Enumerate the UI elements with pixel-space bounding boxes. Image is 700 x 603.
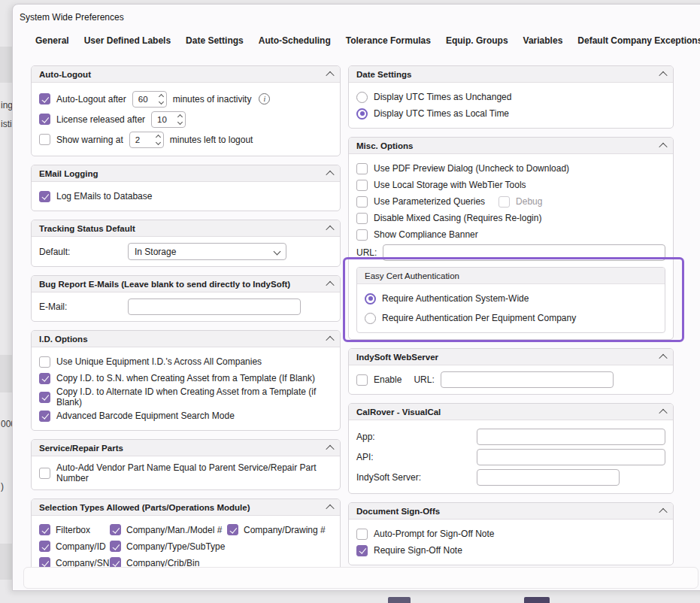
utc-unchanged-radio[interactable] <box>356 92 368 103</box>
license-released-checkbox[interactable] <box>39 114 50 125</box>
parameterized-queries-checkbox[interactable] <box>356 196 368 208</box>
section-header-service-repair[interactable]: Service/Repair Parts <box>32 440 340 456</box>
parameterized-queries-row[interactable]: Use Parameterized Queries Debug <box>356 193 665 210</box>
show-warning-checkbox[interactable] <box>39 134 50 145</box>
section-header-misc-options[interactable]: Misc. Options <box>349 138 673 154</box>
webserver-enable-checkbox[interactable] <box>356 374 368 386</box>
company-type-subtype-row[interactable]: Company/Type/SubType <box>110 538 227 554</box>
tab-date-settings[interactable]: Date Settings <box>186 35 244 52</box>
tab-user-defined-labels[interactable]: User Defined Labels <box>84 35 171 52</box>
disable-mixed-casing-checkbox[interactable] <box>356 213 368 224</box>
stepper-arrows[interactable] <box>178 115 182 124</box>
auto-logout-after-checkbox[interactable] <box>39 93 50 105</box>
section-header-selection-types[interactable]: Selection Types Allowed (Parts/Operation… <box>32 499 340 516</box>
calrover-api-input[interactable] <box>477 449 665 465</box>
chevron-up-icon[interactable] <box>326 444 334 453</box>
utc-local-time-radio[interactable] <box>356 108 368 120</box>
chevron-up-icon[interactable] <box>659 353 667 362</box>
require-signoff-row[interactable]: Require Sign-Off Note <box>356 542 665 559</box>
section-header-doc-signoffs[interactable]: Document Sign-Offs <box>349 503 673 520</box>
utc-unchanged-row[interactable]: Display UTC Times as Unchanged <box>356 89 665 105</box>
bug-report-email-input[interactable] <box>128 298 301 315</box>
tab-variables[interactable]: Variables <box>523 35 563 52</box>
license-minutes-stepper[interactable]: 10 <box>151 111 186 128</box>
copy-id-sn-checkbox[interactable] <box>39 373 50 384</box>
tab-default-company-exceptions[interactable]: Default Company Exceptions <box>577 35 700 52</box>
tab-tolerance-formulas[interactable]: Tolerance Formulas <box>346 35 431 52</box>
log-emails-checkbox[interactable] <box>39 191 50 202</box>
compliance-banner-checkbox[interactable] <box>356 229 368 241</box>
chevron-down-icon[interactable] <box>159 98 164 104</box>
chevron-down-icon[interactable] <box>177 119 183 124</box>
log-emails-row[interactable]: Log EMails to Database <box>39 188 332 205</box>
filterbox-checkbox[interactable] <box>39 524 50 535</box>
chevron-up-icon[interactable] <box>177 114 183 119</box>
calrover-app-input[interactable] <box>477 429 665 445</box>
section-header-date-settings[interactable]: Date Settings <box>349 66 673 83</box>
section-header-calrover[interactable]: CalRover - VisualCal <box>349 404 673 420</box>
auth-system-wide-row[interactable]: Require Authentication System-Wide <box>365 289 657 308</box>
pdf-preview-row[interactable]: Use PDF Preview Dialog (Uncheck to Downl… <box>356 160 665 177</box>
chevron-up-icon[interactable] <box>156 134 161 139</box>
local-storage-checkbox[interactable] <box>356 180 368 191</box>
section-header-webserver[interactable]: IndySoft WebServer <box>349 349 673 365</box>
chevron-up-icon[interactable] <box>659 142 667 150</box>
chevron-up-icon[interactable] <box>326 335 334 344</box>
license-released-row[interactable]: License released after 10 <box>39 109 332 129</box>
unique-id-checkbox[interactable] <box>39 356 50 368</box>
auto-prompt-signoff-row[interactable]: Auto-Prompt for Sign-Off Note <box>356 526 665 542</box>
chevron-up-icon[interactable] <box>326 280 334 289</box>
chevron-up-icon[interactable] <box>659 508 667 516</box>
section-header-bug-report[interactable]: Bug Report E-Mails (Leave blank to send … <box>32 276 340 292</box>
calrover-server-input[interactable] <box>477 469 620 486</box>
stepper-arrows[interactable] <box>159 95 163 104</box>
auth-system-wide-radio[interactable] <box>365 293 376 305</box>
show-warning-row[interactable]: Show warning at 2 minutes left to logout <box>39 129 332 150</box>
pdf-preview-checkbox[interactable] <box>356 163 368 174</box>
debug-checkbox[interactable] <box>498 196 510 208</box>
info-icon[interactable] <box>259 93 270 105</box>
tracking-status-dropdown[interactable]: In Storage <box>128 243 286 260</box>
chevron-up-icon[interactable] <box>326 504 334 512</box>
company-id-row[interactable]: Company/ID <box>39 538 110 554</box>
utc-local-time-row[interactable]: Display UTC Times as Local Time <box>356 105 665 122</box>
copy-id-altid-row[interactable]: Copy I.D. to Alternate ID when Creating … <box>39 386 332 408</box>
auto-add-vendor-part-row[interactable]: Auto-Add Vendor Part Name Equal to Paren… <box>39 462 332 483</box>
company-type-subtype-checkbox[interactable] <box>110 541 121 552</box>
compliance-banner-row[interactable]: Show Compliance Banner <box>356 226 665 243</box>
disable-mixed-casing-row[interactable]: Disable Mixed Casing (Requires Re-login) <box>356 210 665 226</box>
section-header-tracking-status[interactable]: Tracking Status Default <box>32 220 340 237</box>
company-drawing-row[interactable]: Company/Drawing # <box>227 522 332 538</box>
unique-id-row[interactable]: Use Unique Equipment I.D.'s Across All C… <box>39 353 332 370</box>
warning-minutes-stepper[interactable]: 2 <box>129 132 164 148</box>
chevron-up-icon[interactable] <box>659 71 667 79</box>
section-header-auto-logout[interactable]: Auto-Logout <box>32 66 340 83</box>
auth-per-company-radio[interactable] <box>365 313 376 324</box>
filterbox-row[interactable]: Filterbox <box>39 522 110 538</box>
copy-id-sn-row[interactable]: Copy I.D. to S.N. when Creating Asset fr… <box>39 370 332 386</box>
company-man-model-row[interactable]: Company/Man./Model # <box>110 522 227 538</box>
section-header-id-options[interactable]: I.D. Options <box>32 331 340 347</box>
misc-url-input[interactable] <box>383 244 665 261</box>
company-man-model-checkbox[interactable] <box>110 524 121 535</box>
advanced-barcode-checkbox[interactable] <box>39 411 50 422</box>
chevron-up-icon[interactable] <box>326 71 334 79</box>
local-storage-row[interactable]: Use Local Storage with WebTier Tools <box>356 177 665 193</box>
auth-per-company-row[interactable]: Require Authentication Per Equipment Com… <box>365 308 657 328</box>
chevron-up-icon[interactable] <box>326 170 334 178</box>
advanced-barcode-row[interactable]: Advanced Barcode Equipment Search Mode <box>39 408 332 424</box>
webserver-url-input[interactable] <box>441 371 614 388</box>
stepper-arrows[interactable] <box>156 135 160 144</box>
auto-logout-after-row[interactable]: Auto-Logout after 60 minutes of inactivi… <box>39 89 332 109</box>
tab-general[interactable]: General <box>35 35 69 52</box>
inactivity-minutes-stepper[interactable]: 60 <box>132 91 167 108</box>
tab-auto-scheduling[interactable]: Auto-Scheduling <box>259 35 331 52</box>
company-drawing-checkbox[interactable] <box>227 524 238 535</box>
copy-id-altid-checkbox[interactable] <box>39 392 50 403</box>
auto-add-vendor-part-checkbox[interactable] <box>39 468 50 479</box>
auto-prompt-signoff-checkbox[interactable] <box>356 529 368 540</box>
chevron-down-icon[interactable] <box>156 139 161 144</box>
require-signoff-checkbox[interactable] <box>356 545 368 556</box>
section-header-email-logging[interactable]: EMail Logging <box>32 165 340 182</box>
chevron-up-icon[interactable] <box>326 225 334 233</box>
